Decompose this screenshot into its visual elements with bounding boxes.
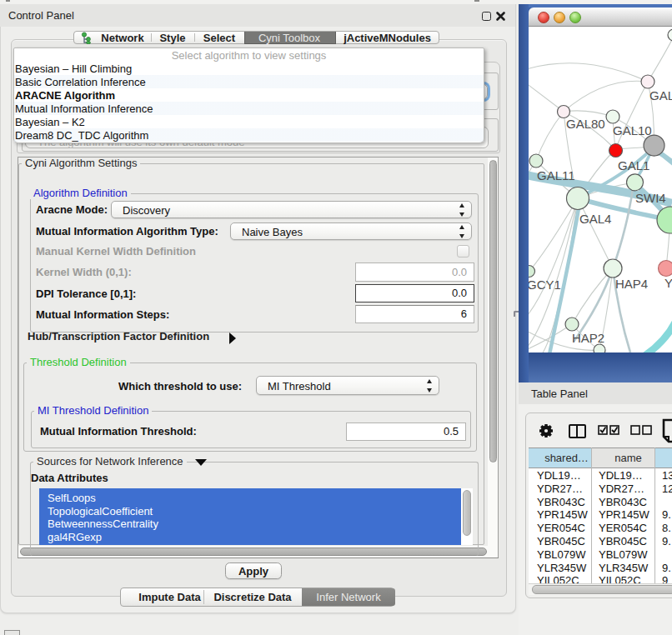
svg-text:GAL1: GAL1 — [618, 158, 649, 172]
svg-text:HAP4: HAP4 — [615, 277, 648, 291]
svg-text:GAL7: GAL7 — [649, 88, 672, 102]
svg-text:GAL10: GAL10 — [613, 123, 652, 138]
svg-text:YEL: YEL — [664, 276, 672, 290]
svg-text:HAP2: HAP2 — [572, 331, 604, 345]
svg-text:SWI4: SWI4 — [635, 191, 666, 205]
svg-text:GAL11: GAL11 — [537, 168, 575, 182]
svg-text:GCY1: GCY1 — [529, 278, 561, 292]
svg-text:GAL4: GAL4 — [579, 212, 611, 226]
svg-text:GAL80: GAL80 — [566, 117, 605, 131]
